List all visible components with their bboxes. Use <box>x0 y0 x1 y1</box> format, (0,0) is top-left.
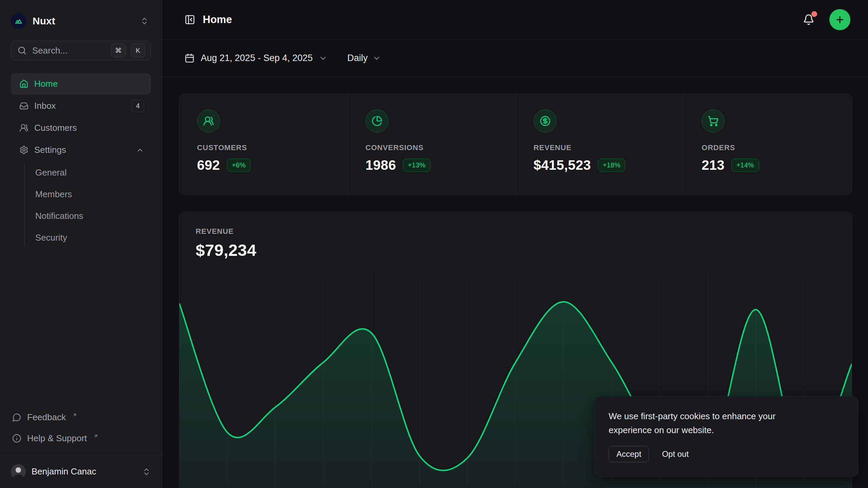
stat-card-revenue[interactable]: REVENUE $415,523 +18% <box>516 94 684 195</box>
avatar <box>11 464 26 479</box>
sidebar-item-customers[interactable]: Customers <box>11 117 151 139</box>
stat-value: 213 <box>702 158 725 173</box>
feedback-label: Feedback <box>27 412 66 423</box>
home-icon <box>19 79 28 88</box>
external-link-icon <box>72 412 77 418</box>
sidebar-item-members[interactable]: Members <box>35 184 151 205</box>
notification-dot <box>811 11 817 17</box>
page-header: Home <box>162 0 868 40</box>
stat-value: 1986 <box>366 158 396 173</box>
granularity-select[interactable]: Daily <box>347 53 381 63</box>
notifications-button[interactable] <box>801 12 816 27</box>
opt-out-button[interactable]: Opt out <box>662 446 689 462</box>
date-range-picker[interactable]: Aug 21, 2025 - Sep 4, 2025 <box>184 53 328 63</box>
sidebar-item-security[interactable]: Security <box>35 227 151 248</box>
user-name: Benjamin Canac <box>32 466 136 477</box>
stat-label: ORDERS <box>702 143 838 152</box>
info-circle-icon <box>12 434 21 443</box>
stat-label: CONVERSIONS <box>366 143 502 152</box>
chevron-down-icon <box>372 54 381 63</box>
chevron-down-icon <box>319 54 328 63</box>
stat-card-customers[interactable]: CUSTOMERS 692 +6% <box>179 94 348 195</box>
help-support-label: Help & Support <box>27 433 87 444</box>
panel-collapse-icon[interactable] <box>184 14 195 25</box>
stat-delta-badge: +18% <box>598 159 626 172</box>
help-support-link[interactable]: Help & Support <box>11 428 151 448</box>
sidebar-item-label: Customers <box>34 123 144 133</box>
kbd-k: K <box>131 44 145 57</box>
sidebar-item-label: Settings <box>34 145 130 155</box>
sidebar-nav: Home Inbox 4 C <box>11 73 151 248</box>
chevrons-up-down-icon <box>142 467 151 476</box>
cart-icon <box>702 109 725 133</box>
revenue-label: REVENUE <box>196 227 835 236</box>
sidebar-item-label: Inbox <box>34 101 126 111</box>
stat-card-conversions[interactable]: CONVERSIONS 1986 +13% <box>348 94 516 195</box>
feedback-link[interactable]: Feedback <box>11 407 151 427</box>
chevron-up-icon <box>136 146 144 154</box>
filter-bar: Aug 21, 2025 - Sep 4, 2025 Daily <box>162 40 868 77</box>
dollar-circle-icon <box>534 109 557 133</box>
add-button[interactable] <box>829 9 850 30</box>
calendar-icon <box>184 53 195 63</box>
sidebar-item-inbox[interactable]: Inbox 4 <box>11 95 151 117</box>
sidebar-spacer <box>11 248 151 407</box>
stat-label: CUSTOMERS <box>197 143 334 152</box>
granularity-label: Daily <box>347 53 368 63</box>
kbd-meta: ⌘ <box>111 44 125 57</box>
plus-icon <box>835 15 845 25</box>
page-title: Home <box>203 14 793 26</box>
stat-delta-badge: +14% <box>731 159 759 172</box>
users-icon <box>19 123 28 133</box>
external-link-icon <box>93 433 98 439</box>
search-icon <box>17 46 27 55</box>
stat-value: $415,523 <box>534 158 591 173</box>
cookie-actions: Accept Opt out <box>609 446 845 462</box>
sidebar-item-settings[interactable]: Settings <box>11 139 151 161</box>
stat-delta-badge: +13% <box>403 159 431 172</box>
users-icon <box>197 109 220 133</box>
gear-icon <box>19 145 28 155</box>
inbox-count-badge: 4 <box>132 100 144 112</box>
stat-label: REVENUE <box>534 143 670 152</box>
workspace-selector[interactable]: Nuxt <box>11 10 151 32</box>
revenue-panel-header: REVENUE $79,234 <box>179 212 852 273</box>
search-input[interactable]: Search... ⌘ K <box>11 41 151 60</box>
chevrons-up-down-icon[interactable] <box>138 15 151 27</box>
sidebar-footer: Feedback Help & Support <box>11 407 151 455</box>
settings-subnav: General Members Notifications Security <box>11 162 151 248</box>
nuxt-logo-icon <box>11 13 26 29</box>
main-area: Home <box>162 0 868 488</box>
stats-row: CUSTOMERS 692 +6% CONVERSIONS 1986 <box>179 94 852 195</box>
sidebar-item-label: Home <box>34 79 144 89</box>
sidebar: Nuxt Search... ⌘ K <box>0 0 162 488</box>
dashboard-app: Nuxt Search... ⌘ K <box>0 0 868 488</box>
stat-delta-badge: +6% <box>227 159 251 172</box>
pie-chart-icon <box>366 109 389 133</box>
search-placeholder: Search... <box>32 45 106 56</box>
revenue-value: $79,234 <box>196 241 835 260</box>
accept-button[interactable]: Accept <box>609 446 649 462</box>
cookie-banner: We use first-party cookies to enhance yo… <box>595 396 859 477</box>
user-menu[interactable]: Benjamin Canac <box>0 455 162 488</box>
inbox-icon <box>19 101 28 110</box>
date-range-label: Aug 21, 2025 - Sep 4, 2025 <box>201 53 313 63</box>
stat-value: 692 <box>197 158 220 173</box>
sidebar-item-home[interactable]: Home <box>11 73 151 95</box>
sidebar-item-general[interactable]: General <box>35 162 151 183</box>
sidebar-item-notifications[interactable]: Notifications <box>35 205 151 226</box>
stat-card-orders[interactable]: ORDERS 213 +14% <box>684 94 852 195</box>
cookie-message: We use first-party cookies to enhance yo… <box>609 409 805 437</box>
workspace-name: Nuxt <box>33 15 132 27</box>
message-bubble-icon <box>12 413 21 422</box>
